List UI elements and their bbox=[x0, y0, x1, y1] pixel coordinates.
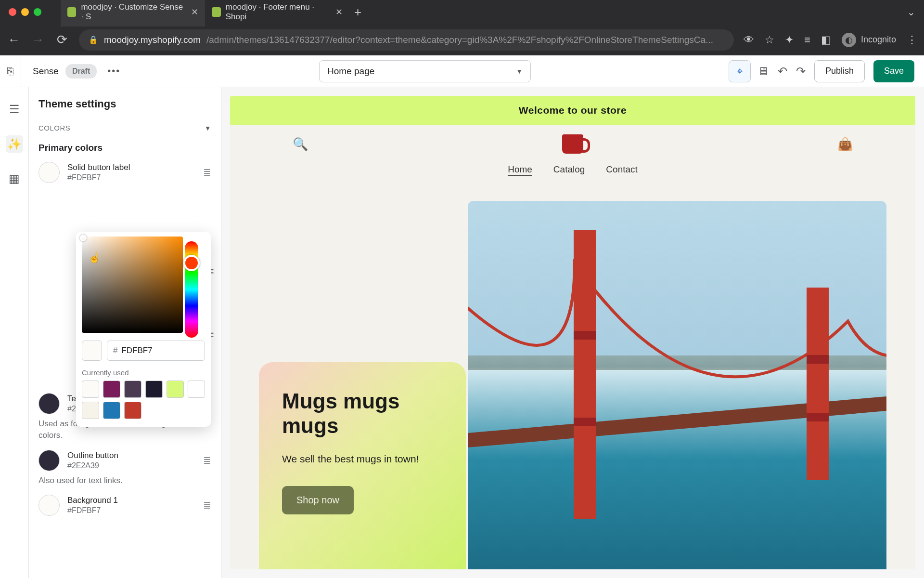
used-swatch[interactable] bbox=[103, 402, 120, 419]
chevron-down-icon: ▼ bbox=[205, 124, 211, 132]
save-button[interactable]: Save bbox=[873, 60, 914, 82]
left-rail: ☰ ✨ ▦ bbox=[0, 87, 29, 578]
url-host: moodjoy.myshopify.com bbox=[104, 35, 201, 45]
browser-tab-active[interactable]: moodjoy · Customize Sense · S ✕ bbox=[61, 0, 205, 26]
saturation-field[interactable]: ☝ bbox=[82, 236, 183, 333]
incognito-icon: ◐ bbox=[842, 33, 856, 47]
used-swatch[interactable] bbox=[82, 402, 99, 419]
reading-list-icon[interactable]: ≡ bbox=[804, 34, 810, 46]
tab-title: moodjoy · Customize Sense · S bbox=[81, 2, 186, 22]
incognito-indicator[interactable]: ◐ Incognito bbox=[842, 33, 896, 47]
primary-colors-heading: Primary colors bbox=[38, 143, 211, 153]
hue-thumb[interactable] bbox=[183, 255, 200, 271]
store-header: 🔍 👜 bbox=[230, 125, 915, 158]
setting-description: Also used for text links. bbox=[36, 475, 214, 491]
color-setting-background-1[interactable]: Background 1 #FDFBF7 ≣ bbox=[36, 491, 214, 520]
tab-overflow-icon[interactable]: ⌄ bbox=[907, 6, 915, 18]
used-swatch[interactable] bbox=[103, 381, 120, 398]
back-button[interactable]: ← bbox=[7, 32, 21, 47]
more-actions-button[interactable]: ••• bbox=[107, 66, 120, 77]
apps-tab-icon[interactable]: ▦ bbox=[6, 170, 23, 187]
search-icon[interactable]: 🔍 bbox=[293, 137, 308, 152]
maximize-window-icon[interactable] bbox=[34, 8, 41, 16]
hero-image bbox=[468, 201, 886, 569]
publish-label: Publish bbox=[825, 66, 854, 76]
announcement-text: Welcome to our store bbox=[519, 105, 627, 116]
used-swatch[interactable] bbox=[124, 381, 141, 398]
connected-settings-icon[interactable]: ≣ bbox=[203, 455, 211, 466]
cta-label: Shop now bbox=[296, 495, 339, 505]
used-swatch[interactable] bbox=[124, 402, 141, 419]
nav-home[interactable]: Home bbox=[508, 164, 532, 175]
window-controls[interactable] bbox=[9, 8, 41, 16]
nav-catalog[interactable]: Catalog bbox=[553, 164, 585, 175]
close-tab-icon[interactable]: ✕ bbox=[335, 7, 343, 17]
hero-body: We sell the best mugs in town! bbox=[282, 451, 443, 467]
color-setting-solid-button-label[interactable]: Solid button label #FDFBF7 ≣ bbox=[36, 158, 214, 187]
preview-frame[interactable]: Welcome to our store 🔍 👜 Home Catalog Co… bbox=[230, 96, 915, 569]
hero-section[interactable]: Mugs mugs mugs We sell the best mugs in … bbox=[230, 186, 915, 569]
setting-hex: #2E2A39 bbox=[67, 461, 118, 470]
color-swatch[interactable] bbox=[38, 162, 60, 183]
setting-label: Solid button label bbox=[67, 163, 130, 172]
hash-prefix: # bbox=[113, 346, 117, 355]
color-swatch[interactable] bbox=[38, 393, 60, 414]
close-window-icon[interactable] bbox=[9, 8, 16, 16]
used-swatch[interactable] bbox=[145, 381, 163, 398]
sidebar-title: Theme settings bbox=[38, 98, 211, 110]
inspector-toggle-button[interactable]: ⌖ bbox=[729, 60, 751, 82]
setting-label: Outline button bbox=[67, 451, 118, 460]
setting-hex: #FDFBF7 bbox=[67, 173, 130, 182]
new-tab-button[interactable]: + bbox=[354, 5, 361, 20]
colors-section-toggle[interactable]: COLORS ▼ bbox=[36, 121, 214, 135]
sections-tab-icon[interactable]: ☰ bbox=[6, 101, 23, 118]
mug-logo-icon bbox=[562, 134, 583, 154]
page-selector-dropdown[interactable]: Home page ▼ bbox=[319, 60, 531, 82]
nav-contact[interactable]: Contact bbox=[606, 164, 637, 175]
desktop-view-icon[interactable]: 🖥 bbox=[757, 65, 769, 78]
editor-app-bar: ⎘ Sense Draft ••• Home page ▼ ⌖ 🖥 ↶ ↷ Pu… bbox=[0, 55, 924, 87]
saturation-thumb[interactable] bbox=[80, 235, 87, 241]
connected-settings-icon[interactable]: ≣ bbox=[203, 167, 211, 178]
save-label: Save bbox=[884, 66, 904, 76]
close-tab-icon[interactable]: ✕ bbox=[191, 7, 198, 17]
shopify-favicon-icon bbox=[67, 7, 76, 17]
extensions-icon[interactable]: ✦ bbox=[785, 34, 794, 46]
exit-editor-button[interactable]: ⎘ bbox=[0, 55, 21, 87]
star-icon[interactable]: ☆ bbox=[765, 34, 774, 46]
used-swatch[interactable] bbox=[82, 381, 99, 398]
address-bar[interactable]: 🔒 moodjoy.myshopify.com/admin/themes/136… bbox=[79, 29, 734, 51]
store-nav: Home Catalog Contact bbox=[230, 158, 915, 186]
hue-slider[interactable] bbox=[185, 241, 198, 338]
menu-icon[interactable]: ⋮ bbox=[907, 34, 917, 46]
browser-tab[interactable]: moodjoy · Footer menu · Shopi ✕ bbox=[205, 0, 349, 26]
incognito-label: Incognito bbox=[861, 35, 896, 45]
used-swatch[interactable] bbox=[167, 381, 184, 398]
redo-button[interactable]: ↷ bbox=[796, 65, 806, 78]
color-swatch[interactable] bbox=[38, 495, 60, 516]
shop-now-button[interactable]: Shop now bbox=[282, 486, 354, 514]
reload-button[interactable]: ⟳ bbox=[55, 32, 69, 47]
section-label: COLORS bbox=[38, 124, 70, 132]
hex-input[interactable]: # FDFBF7 bbox=[107, 341, 205, 361]
theme-preview: Welcome to our store 🔍 👜 Home Catalog Co… bbox=[221, 87, 924, 578]
minimize-window-icon[interactable] bbox=[21, 8, 29, 16]
eye-off-icon[interactable]: 👁 bbox=[744, 34, 754, 46]
used-swatch[interactable] bbox=[188, 381, 205, 398]
currently-used-swatches bbox=[82, 381, 205, 419]
publish-button[interactable]: Publish bbox=[814, 60, 865, 82]
page-selector-label: Home page bbox=[327, 66, 374, 77]
cart-icon[interactable]: 👜 bbox=[837, 137, 853, 152]
side-panel-icon[interactable]: ◧ bbox=[821, 34, 831, 46]
undo-button[interactable]: ↶ bbox=[778, 65, 787, 78]
theme-settings-tab-icon[interactable]: ✨ bbox=[6, 135, 23, 153]
exit-icon: ⎘ bbox=[7, 65, 13, 78]
connected-settings-icon[interactable]: ≣ bbox=[203, 499, 211, 511]
announcement-bar[interactable]: Welcome to our store bbox=[230, 96, 915, 125]
color-setting-outline-button[interactable]: Outline button #2E2A39 ≣ bbox=[36, 446, 214, 475]
forward-button[interactable]: → bbox=[31, 32, 45, 47]
chevron-down-icon: ▼ bbox=[516, 67, 523, 75]
color-swatch[interactable] bbox=[38, 450, 60, 471]
store-logo[interactable] bbox=[562, 134, 583, 154]
color-picker-popover: ☝ # FDFBF7 Currently used bbox=[76, 232, 211, 427]
